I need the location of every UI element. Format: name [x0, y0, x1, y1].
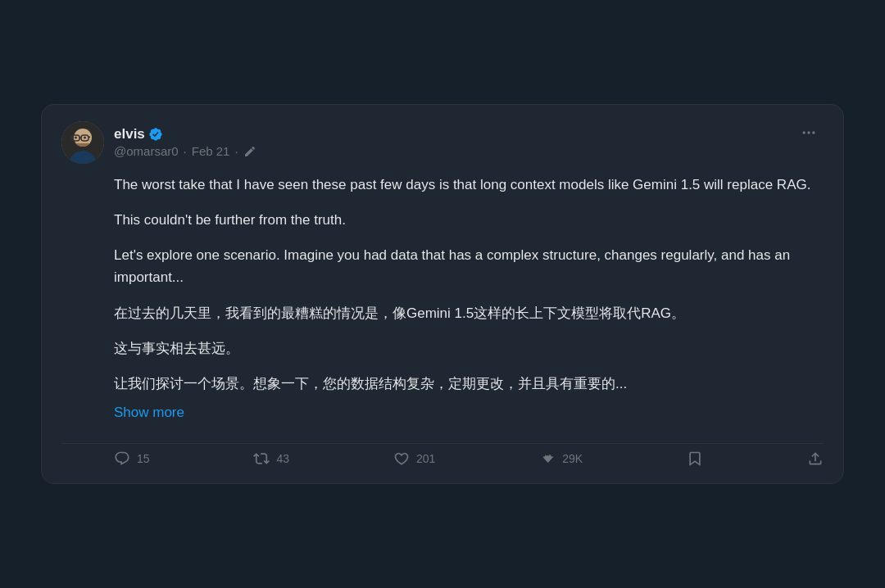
reply-icon [114, 450, 130, 467]
show-more-link[interactable]: Show more [114, 401, 184, 423]
user-name-row: elvis [114, 126, 256, 142]
svg-point-7 [75, 136, 77, 138]
bookmark-action[interactable] [687, 450, 703, 467]
edit-separator: · [234, 144, 238, 158]
tweet-paragraph-3-zh: 让我们探讨一个场景。想象一下，您的数据结构复杂，定期更改，并且具有重要的... [114, 373, 824, 395]
tweet-paragraph-1-en: The worst take that I have seen these pa… [114, 174, 824, 196]
user-handle-row: @omarsar0 · Feb 21 · [114, 144, 256, 158]
svg-point-8 [84, 136, 86, 138]
like-icon [393, 450, 410, 467]
tweet-paragraph-2-zh: 这与事实相去甚远。 [114, 337, 824, 360]
bookmark-icon [687, 450, 703, 467]
user-handle: @omarsar0 [114, 144, 179, 158]
svg-point-10 [807, 131, 810, 133]
svg-point-11 [812, 131, 815, 133]
display-name: elvis [114, 126, 145, 142]
like-count: 201 [416, 452, 435, 465]
tweet-paragraph-2-en: This couldn't be further from the truth. [114, 209, 824, 231]
edit-icon [243, 145, 256, 158]
svg-line-6 [88, 137, 90, 138]
more-options-button[interactable] [794, 121, 824, 144]
svg-point-9 [803, 131, 806, 133]
retweet-count: 43 [276, 452, 289, 465]
like-action[interactable]: 201 [393, 450, 435, 467]
tweet-actions: 15 43 201 29K [61, 443, 824, 467]
retweet-action[interactable]: 43 [253, 450, 289, 467]
tweet-paragraph-3-en: Let's explore one scenario. Imagine you … [114, 244, 824, 288]
share-action[interactable] [807, 450, 824, 467]
tweet-header: elvis @omarsar0 · Feb 21 · [61, 121, 824, 164]
tweet-card: elvis @omarsar0 · Feb 21 · [41, 104, 844, 485]
tweet-body: The worst take that I have seen these pa… [61, 174, 824, 441]
views-count: 29K [562, 452, 583, 465]
svg-line-5 [70, 137, 72, 138]
tweet-paragraph-1-zh: 在过去的几天里，我看到的最糟糕的情况是，像Gemini 1.5这样的长上下文模型… [114, 302, 824, 324]
tweet-header-left: elvis @omarsar0 · Feb 21 · [61, 121, 256, 164]
share-icon [807, 450, 824, 467]
retweet-icon [253, 450, 270, 467]
date-separator: · [184, 144, 187, 158]
avatar[interactable] [61, 121, 104, 164]
verified-icon [148, 127, 163, 142]
reply-action[interactable]: 15 [114, 450, 150, 467]
views-action[interactable]: 29K [539, 450, 583, 467]
views-icon [539, 450, 556, 467]
tweet-date: Feb 21 [192, 144, 230, 158]
reply-count: 15 [137, 452, 150, 465]
user-info: elvis @omarsar0 · Feb 21 · [114, 126, 256, 158]
